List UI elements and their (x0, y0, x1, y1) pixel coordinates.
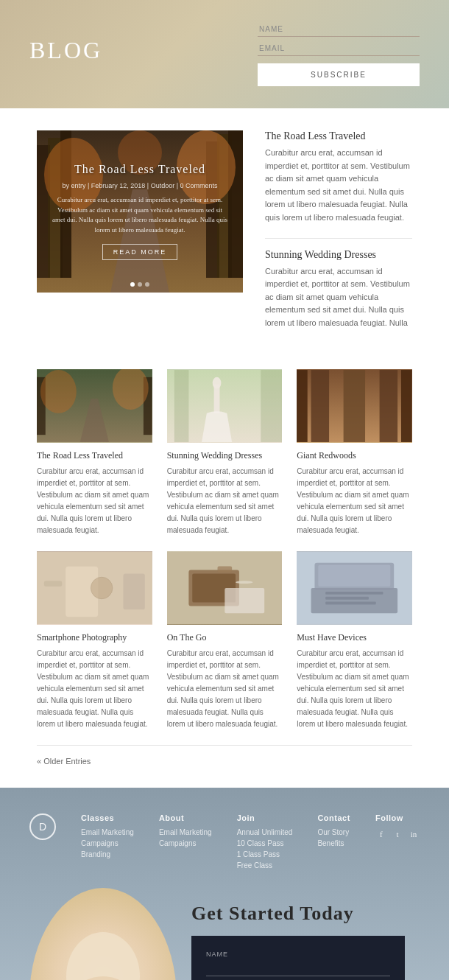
svg-rect-30 (123, 573, 144, 609)
footer-link-freeclass[interactable]: Free Class (237, 861, 293, 869)
form-field-name: NAME (206, 951, 390, 976)
posts-grid-row2: Smartphone Photography Curabitur arcu er… (37, 551, 412, 730)
svg-rect-24 (297, 370, 308, 442)
post-title-road: The Road Less Traveled (37, 450, 152, 461)
featured-sidebar: The Road Less Traveled Curabitur arcu er… (265, 130, 412, 343)
post-card-smartphone: Smartphone Photography Curabitur arcu er… (37, 551, 152, 730)
svg-point-13 (40, 370, 77, 413)
get-started-title: Get Started Today (191, 903, 405, 925)
name-input[interactable] (258, 22, 420, 37)
svg-point-17 (212, 377, 221, 388)
footer-logo-col: D (29, 813, 56, 869)
svg-rect-22 (344, 370, 365, 442)
email-input[interactable] (258, 41, 420, 56)
post-title-wedding: Stunning Wedding Dresses (167, 450, 283, 461)
post-title-redwoods: Giant Redwoods (297, 450, 412, 461)
svg-rect-41 (325, 591, 383, 594)
sidebar-post-text-2: Curabitur arcu erat, accumsan id imperdi… (265, 265, 412, 330)
svg-rect-35 (224, 588, 264, 613)
footer-link-10class[interactable]: 10 Class Pass (237, 839, 293, 847)
post-image-wedding (167, 369, 283, 443)
get-started-section: Get Started Today NAME EMAIL ADDRESS MES… (29, 888, 420, 980)
post-image-smartphone (37, 551, 152, 625)
post-image-devices (297, 551, 412, 625)
linkedin-icon[interactable]: in (408, 828, 420, 840)
svg-rect-21 (311, 370, 329, 442)
featured-excerpt: Curabitur arcu erat, accumsan id imperdi… (52, 195, 228, 235)
contact-form: NAME EMAIL ADDRESS MESSAGE SUBMIT (191, 936, 405, 980)
post-card-onthego: On The Go Curabitur arcu erat, accumsan … (167, 551, 283, 730)
svg-rect-40 (319, 564, 391, 586)
footer-logo-letter: D (39, 821, 46, 833)
post-card-road: The Road Less Traveled Curabitur arcu er… (37, 369, 152, 536)
subscribe-button[interactable]: SUBSCRIBE (258, 63, 420, 86)
svg-point-36 (236, 581, 253, 584)
blog-title: Blog (29, 37, 102, 64)
svg-rect-43 (325, 601, 376, 604)
older-entries-link[interactable]: « Older Entries (37, 757, 91, 766)
footer-link-1class[interactable]: 1 Class Pass (237, 850, 293, 858)
footer-col-title-follow: Follow (375, 813, 420, 822)
sidebar-post-1: The Road Less Traveled Curabitur arcu er… (265, 130, 412, 225)
get-started-form-area: Get Started Today NAME EMAIL ADDRESS MES… (177, 888, 420, 980)
svg-rect-18 (174, 370, 188, 442)
posts-grid-row1: The Road Less Traveled Curabitur arcu er… (37, 369, 412, 536)
sidebar-divider-1 (265, 238, 412, 239)
footer-social-links: f t in (375, 828, 420, 840)
post-card-redwoods: Giant Redwoods Curabitur arcu erat, accu… (297, 369, 412, 536)
form-label-name: NAME (206, 951, 390, 958)
post-text-devices: Curabitur arcu erat, accumsan id imperdi… (297, 648, 412, 730)
footer: D Classes Email Marketing Campaigns Bran… (0, 788, 449, 980)
read-more-button[interactable]: READ MORE (102, 244, 178, 260)
dot-2[interactable] (138, 282, 142, 287)
footer-link-benefits[interactable]: Benefits (317, 839, 350, 847)
post-title-devices: Must Have Devices (297, 632, 412, 643)
featured-image: The Road Less Traveled by entry | Februa… (37, 130, 243, 293)
footer-nav: D Classes Email Marketing Campaigns Bran… (29, 813, 420, 869)
post-image-redwoods (297, 369, 412, 443)
dot-1[interactable] (130, 282, 135, 287)
footer-link-campaigns-1[interactable]: Campaigns (81, 839, 134, 847)
footer-link-annual[interactable]: Annual Unlimited (237, 828, 293, 836)
footer-col-follow: Follow f t in (375, 813, 420, 869)
older-entries[interactable]: « Older Entries (37, 745, 412, 766)
svg-rect-29 (44, 581, 62, 587)
footer-col-title-join: Join (237, 813, 293, 822)
dot-3[interactable] (145, 282, 149, 287)
post-text-onthego: Curabitur arcu erat, accumsan id imperdi… (167, 648, 283, 730)
sidebar-post-text-1: Curabitur arcu erat, accumsan id imperdi… (265, 147, 412, 225)
subscribe-form: SUBSCRIBE (258, 22, 420, 86)
footer-col-join: Join Annual Unlimited 10 Class Pass 1 Cl… (237, 813, 293, 869)
footer-col-title-classes: Classes (81, 813, 134, 822)
svg-point-45 (66, 932, 140, 980)
footer-link-branding[interactable]: Branding (81, 850, 134, 858)
svg-rect-25 (401, 370, 412, 442)
footer-logo: D (29, 813, 56, 840)
svg-rect-19 (261, 370, 282, 442)
header: Blog SUBSCRIBE (0, 0, 449, 108)
svg-rect-23 (380, 370, 397, 442)
featured-title: The Road Less Traveled (74, 163, 205, 176)
footer-col-classes: Classes Email Marketing Campaigns Brandi… (81, 813, 134, 869)
sidebar-post-2: Stunning Wedding Dresses Curabitur arcu … (265, 249, 412, 330)
featured-overlay: The Road Less Traveled by entry | Februa… (37, 130, 243, 293)
post-text-smartphone: Curabitur arcu erat, accumsan id imperdi… (37, 648, 152, 730)
footer-col-contact: Contact Our Story Benefits (317, 813, 350, 869)
featured-section: The Road Less Traveled by entry | Februa… (37, 130, 412, 343)
sidebar-post-title-2: Stunning Wedding Dresses (265, 249, 412, 261)
twitter-icon[interactable]: t (392, 828, 403, 840)
post-card-wedding: Stunning Wedding Dresses Curabitur arcu … (167, 369, 283, 536)
svg-rect-34 (217, 566, 232, 572)
post-title-onthego: On The Go (167, 632, 283, 643)
contact-name-input[interactable] (206, 961, 390, 976)
footer-link-campaigns-2[interactable]: Campaigns (159, 839, 212, 847)
facebook-icon[interactable]: f (375, 828, 387, 840)
footer-col-about: About Email Marketing Campaigns (159, 813, 212, 869)
footer-link-email-marketing-2[interactable]: Email Marketing (159, 828, 212, 836)
svg-rect-42 (325, 596, 369, 599)
footer-link-ourstory[interactable]: Our Story (317, 828, 350, 836)
carousel-dots (130, 282, 149, 287)
featured-meta: by entry | February 12, 2018 | Outdoor |… (62, 182, 217, 189)
footer-col-title-contact: Contact (317, 813, 350, 822)
footer-link-email-marketing-1[interactable]: Email Marketing (81, 828, 134, 836)
